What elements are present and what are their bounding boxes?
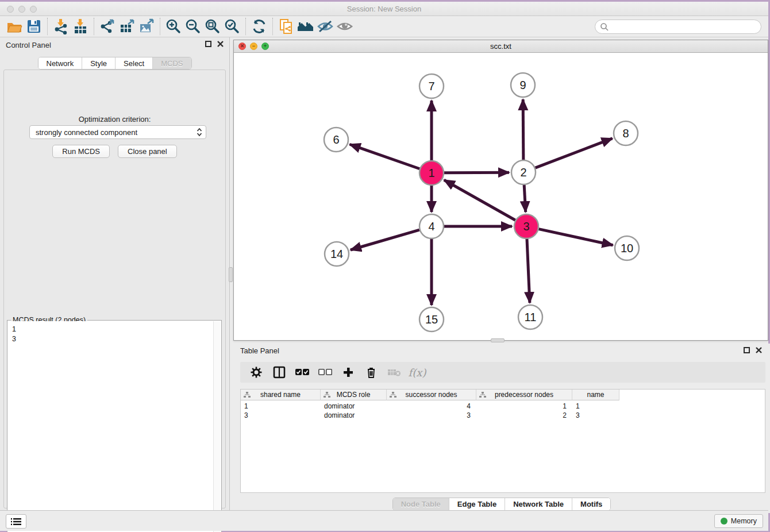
cell-mcds-role[interactable]: dominator (321, 402, 387, 411)
optimization-criterion-label: Optimization criterion: (4, 115, 225, 124)
column-header-successor-nodes[interactable]: successor nodes (387, 390, 476, 400)
import-table-icon[interactable] (71, 18, 90, 35)
export-image-icon[interactable] (137, 18, 156, 35)
zoom-in-icon[interactable] (164, 18, 183, 35)
network-canvas[interactable]: 1234678910111415 (234, 53, 768, 340)
tab-motifs[interactable]: Motifs (572, 498, 610, 510)
column-header-predecessor-nodes[interactable]: predecessor nodes (476, 390, 572, 400)
search-icon (600, 22, 609, 32)
toolbar-separator (272, 18, 273, 35)
column-header-name[interactable]: name (572, 390, 619, 400)
criterion-dropdown[interactable]: strongly connected component (29, 125, 206, 139)
export-network-icon[interactable] (98, 18, 117, 35)
cell-name[interactable]: 3 (572, 411, 619, 420)
window-titlebar: Session: New Session (0, 2, 768, 16)
table-header-row: shared name MCDS role successor nodes pr… (241, 390, 765, 400)
memory-button[interactable]: Memory (714, 514, 763, 528)
export-table-icon[interactable] (117, 18, 137, 35)
hide-selected-icon[interactable] (315, 18, 335, 35)
copy-current-style-icon[interactable] (276, 18, 296, 35)
node-label-1: 1 (428, 167, 434, 179)
mcds-result-box: MCDS result (2 nodes) 1 3 (7, 320, 222, 532)
list-icon (11, 518, 21, 526)
float-panel-icon[interactable] (205, 41, 211, 47)
cell-name[interactable]: 1 (572, 402, 619, 411)
delete-table-icon (384, 364, 405, 381)
function-builder-icon: f(x) (407, 364, 428, 381)
cell-predecessor-nodes[interactable]: 2 (476, 411, 572, 420)
first-neighbors-icon[interactable] (296, 18, 315, 35)
node-label-9: 9 (519, 79, 526, 91)
cell-mcds-role[interactable]: dominator (321, 411, 387, 420)
cell-filler (619, 402, 765, 411)
attribute-icon (244, 392, 251, 398)
close-panel-button[interactable]: Close panel (118, 145, 177, 158)
header-filler (619, 390, 765, 400)
memory-label: Memory (731, 517, 757, 525)
cell-successor-nodes[interactable]: 4 (387, 402, 476, 411)
network-graph[interactable]: 1234678910111415 (234, 53, 768, 341)
node-label-14: 14 (330, 248, 343, 260)
edge-4-14[interactable] (351, 230, 419, 250)
node-table[interactable]: shared name MCDS role successor nodes pr… (240, 389, 765, 493)
table-options-gear-icon[interactable] (246, 364, 267, 381)
show-all-icon[interactable] (335, 18, 355, 35)
close-table-panel-icon[interactable] (756, 347, 762, 353)
close-panel-icon[interactable] (217, 41, 224, 47)
criterion-value: strongly connected component (36, 128, 197, 137)
tab-node-table[interactable]: Node Table (393, 498, 449, 510)
edge-3-11[interactable] (527, 239, 530, 303)
float-table-panel-icon[interactable] (744, 347, 750, 353)
task-history-button[interactable] (6, 514, 26, 529)
add-column-icon[interactable] (338, 364, 359, 381)
network-window-titlebar[interactable]: ✕ − + scc.txt (234, 40, 768, 53)
tab-select[interactable]: Select (116, 57, 153, 69)
edge-1-6[interactable] (350, 144, 420, 168)
edge-3-10[interactable] (538, 229, 613, 245)
edge-3-1[interactable] (444, 180, 515, 220)
tab-network-table[interactable]: Network Table (505, 498, 572, 510)
import-network-icon[interactable] (51, 18, 71, 35)
tab-style[interactable]: Style (82, 57, 116, 69)
edge-1-2[interactable] (444, 172, 509, 173)
apply-layout-icon[interactable] (249, 18, 269, 35)
select-all-checkboxes-icon[interactable] (292, 364, 313, 381)
column-header-shared-name[interactable]: shared name (241, 390, 321, 400)
node-label-15: 15 (425, 313, 438, 326)
vertical-splitter-grip[interactable] (229, 267, 233, 282)
cell-predecessor-nodes[interactable]: 1 (476, 402, 572, 411)
result-line: 1 (12, 325, 213, 334)
zoom-selected-icon[interactable] (222, 18, 242, 35)
control-panel: Control Panel Network Style Select MCDS … (0, 37, 230, 513)
node-label-11: 11 (525, 311, 537, 323)
run-mcds-button[interactable]: Run MCDS (52, 145, 110, 158)
result-scrollbar[interactable] (213, 321, 221, 532)
search-box[interactable] (595, 20, 761, 34)
edge-2-9[interactable] (523, 99, 523, 160)
result-line: 3 (12, 334, 213, 344)
toolbar-separator (160, 18, 160, 35)
zoom-fit-icon[interactable] (203, 18, 222, 35)
horizontal-splitter-grip[interactable] (491, 338, 505, 342)
edge-2-8[interactable] (536, 138, 613, 168)
attribute-icon (324, 392, 330, 398)
cell-shared-name[interactable]: 1 (241, 402, 321, 411)
mcds-result-list[interactable]: 1 3 (8, 321, 213, 532)
table-row[interactable]: 1 dominator 4 1 1 (241, 402, 765, 411)
search-input[interactable] (609, 21, 761, 33)
control-panel-header: Control Panel (0, 37, 229, 52)
deselect-all-checkboxes-icon[interactable] (315, 364, 336, 381)
edge-2-3[interactable] (524, 185, 526, 212)
column-header-mcds-role[interactable]: MCDS role (321, 390, 387, 400)
open-session-icon[interactable] (5, 18, 24, 35)
tab-edge-table[interactable]: Edge Table (449, 498, 505, 510)
tab-mcds[interactable]: MCDS (153, 57, 191, 69)
delete-column-icon[interactable] (361, 364, 382, 381)
cell-successor-nodes[interactable]: 3 (387, 411, 476, 420)
tab-network[interactable]: Network (38, 57, 82, 69)
zoom-out-icon[interactable] (183, 18, 203, 35)
save-session-icon[interactable] (24, 18, 44, 35)
show-column-icon[interactable] (269, 364, 290, 381)
table-row[interactable]: 3 dominator 3 2 3 (241, 411, 765, 420)
cell-shared-name[interactable]: 3 (241, 411, 321, 420)
